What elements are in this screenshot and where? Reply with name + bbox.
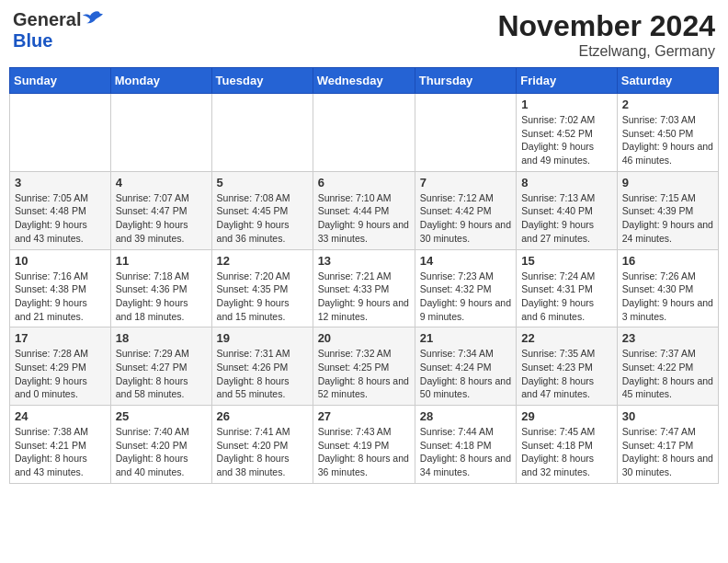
day-info: Sunrise: 7:23 AM Sunset: 4:32 PM Dayligh… [420,270,511,324]
calendar-week-row: 3Sunrise: 7:05 AM Sunset: 4:48 PM Daylig… [10,171,719,249]
day-number: 24 [15,409,106,423]
day-info: Sunrise: 7:34 AM Sunset: 4:24 PM Dayligh… [420,347,511,401]
day-number: 13 [318,254,410,268]
calendar-cell: 5Sunrise: 7:08 AM Sunset: 4:45 PM Daylig… [211,171,313,249]
day-info: Sunrise: 7:21 AM Sunset: 4:33 PM Dayligh… [318,270,410,324]
calendar-week-row: 1Sunrise: 7:02 AM Sunset: 4:52 PM Daylig… [10,94,719,172]
day-info: Sunrise: 7:03 AM Sunset: 4:50 PM Dayligh… [622,113,713,167]
day-number: 15 [521,254,612,268]
weekday-header-wednesday: Wednesday [313,68,415,94]
calendar-cell: 18Sunrise: 7:29 AM Sunset: 4:27 PM Dayli… [110,327,211,406]
logo-general-text: General [13,9,81,30]
calendar-cell: 9Sunrise: 7:15 AM Sunset: 4:39 PM Daylig… [617,171,718,249]
calendar-cell: 27Sunrise: 7:43 AM Sunset: 4:19 PM Dayli… [313,406,415,484]
logo-bird-icon [83,10,103,29]
day-info: Sunrise: 7:12 AM Sunset: 4:42 PM Dayligh… [420,191,511,246]
calendar-cell [110,94,211,172]
calendar-cell: 28Sunrise: 7:44 AM Sunset: 4:18 PM Dayli… [415,406,516,484]
calendar-cell: 13Sunrise: 7:21 AM Sunset: 4:33 PM Dayli… [313,249,415,327]
calendar-week-row: 10Sunrise: 7:16 AM Sunset: 4:38 PM Dayli… [10,249,719,327]
day-info: Sunrise: 7:44 AM Sunset: 4:18 PM Dayligh… [420,425,511,479]
day-info: Sunrise: 7:41 AM Sunset: 4:20 PM Dayligh… [217,425,308,479]
day-number: 3 [15,176,106,190]
day-number: 5 [217,176,308,190]
day-number: 25 [116,409,207,423]
day-number: 17 [15,331,106,345]
calendar-cell [313,94,415,172]
title-section: November 2024 Etzelwang, Germany [497,9,715,60]
location-title: Etzelwang, Germany [497,43,715,60]
calendar-cell: 17Sunrise: 7:28 AM Sunset: 4:29 PM Dayli… [10,327,111,406]
calendar-week-row: 17Sunrise: 7:28 AM Sunset: 4:29 PM Dayli… [10,327,719,406]
calendar-header-row: SundayMondayTuesdayWednesdayThursdayFrid… [10,68,719,94]
day-info: Sunrise: 7:43 AM Sunset: 4:19 PM Dayligh… [318,425,410,479]
calendar-cell: 22Sunrise: 7:35 AM Sunset: 4:23 PM Dayli… [517,327,618,406]
day-info: Sunrise: 7:28 AM Sunset: 4:29 PM Dayligh… [15,347,106,401]
day-number: 2 [622,98,713,111]
day-info: Sunrise: 7:47 AM Sunset: 4:17 PM Dayligh… [622,425,713,479]
day-info: Sunrise: 7:31 AM Sunset: 4:26 PM Dayligh… [217,347,308,401]
calendar-cell: 19Sunrise: 7:31 AM Sunset: 4:26 PM Dayli… [211,327,313,406]
day-number: 18 [116,331,207,345]
calendar-cell: 26Sunrise: 7:41 AM Sunset: 4:20 PM Dayli… [211,406,313,484]
weekday-header-saturday: Saturday [617,68,718,94]
day-info: Sunrise: 7:37 AM Sunset: 4:22 PM Dayligh… [622,347,713,401]
calendar-cell [415,94,516,172]
day-info: Sunrise: 7:10 AM Sunset: 4:44 PM Dayligh… [318,191,410,246]
calendar-cell: 30Sunrise: 7:47 AM Sunset: 4:17 PM Dayli… [617,406,718,484]
calendar-cell: 23Sunrise: 7:37 AM Sunset: 4:22 PM Dayli… [617,327,718,406]
calendar-cell: 24Sunrise: 7:38 AM Sunset: 4:21 PM Dayli… [10,406,111,484]
day-info: Sunrise: 7:02 AM Sunset: 4:52 PM Dayligh… [521,113,612,167]
calendar-cell: 21Sunrise: 7:34 AM Sunset: 4:24 PM Dayli… [415,327,516,406]
calendar-cell: 3Sunrise: 7:05 AM Sunset: 4:48 PM Daylig… [10,171,111,249]
day-number: 10 [15,254,106,268]
day-number: 19 [217,331,308,345]
day-number: 22 [521,331,612,345]
weekday-header-friday: Friday [517,68,618,94]
day-number: 8 [521,176,612,190]
calendar-cell: 1Sunrise: 7:02 AM Sunset: 4:52 PM Daylig… [517,94,618,172]
calendar-cell: 10Sunrise: 7:16 AM Sunset: 4:38 PM Dayli… [10,249,111,327]
day-info: Sunrise: 7:38 AM Sunset: 4:21 PM Dayligh… [15,425,106,479]
calendar-week-row: 24Sunrise: 7:38 AM Sunset: 4:21 PM Dayli… [10,406,719,484]
weekday-header-thursday: Thursday [415,68,516,94]
day-info: Sunrise: 7:07 AM Sunset: 4:47 PM Dayligh… [116,191,207,246]
logo: General Blue [13,9,103,52]
calendar-cell: 14Sunrise: 7:23 AM Sunset: 4:32 PM Dayli… [415,249,516,327]
day-number: 12 [217,254,308,268]
day-info: Sunrise: 7:29 AM Sunset: 4:27 PM Dayligh… [116,347,207,401]
day-number: 27 [318,409,410,423]
calendar-cell: 8Sunrise: 7:13 AM Sunset: 4:40 PM Daylig… [517,171,618,249]
day-number: 21 [420,331,511,345]
day-info: Sunrise: 7:32 AM Sunset: 4:25 PM Dayligh… [318,347,410,401]
day-info: Sunrise: 7:16 AM Sunset: 4:38 PM Dayligh… [15,270,106,324]
day-number: 1 [521,98,612,111]
day-info: Sunrise: 7:05 AM Sunset: 4:48 PM Dayligh… [15,191,106,246]
weekday-header-sunday: Sunday [10,68,111,94]
day-number: 28 [420,409,511,423]
day-info: Sunrise: 7:45 AM Sunset: 4:18 PM Dayligh… [521,425,612,479]
day-number: 7 [420,176,511,190]
calendar-cell: 12Sunrise: 7:20 AM Sunset: 4:35 PM Dayli… [211,249,313,327]
day-number: 26 [217,409,308,423]
day-number: 16 [622,254,713,268]
month-title: November 2024 [497,9,715,43]
day-number: 6 [318,176,410,190]
day-info: Sunrise: 7:35 AM Sunset: 4:23 PM Dayligh… [521,347,612,401]
day-info: Sunrise: 7:08 AM Sunset: 4:45 PM Dayligh… [217,191,308,246]
day-info: Sunrise: 7:18 AM Sunset: 4:36 PM Dayligh… [116,270,207,324]
logo-blue-text: Blue [13,30,52,51]
day-number: 9 [622,176,713,190]
calendar-cell: 20Sunrise: 7:32 AM Sunset: 4:25 PM Dayli… [313,327,415,406]
day-info: Sunrise: 7:40 AM Sunset: 4:20 PM Dayligh… [116,425,207,479]
day-number: 30 [622,409,713,423]
calendar-cell: 11Sunrise: 7:18 AM Sunset: 4:36 PM Dayli… [110,249,211,327]
day-info: Sunrise: 7:26 AM Sunset: 4:30 PM Dayligh… [622,270,713,324]
day-info: Sunrise: 7:13 AM Sunset: 4:40 PM Dayligh… [521,191,612,246]
calendar-cell: 6Sunrise: 7:10 AM Sunset: 4:44 PM Daylig… [313,171,415,249]
day-info: Sunrise: 7:15 AM Sunset: 4:39 PM Dayligh… [622,191,713,246]
calendar-cell: 29Sunrise: 7:45 AM Sunset: 4:18 PM Dayli… [517,406,618,484]
day-info: Sunrise: 7:20 AM Sunset: 4:35 PM Dayligh… [217,270,308,324]
calendar-cell: 2Sunrise: 7:03 AM Sunset: 4:50 PM Daylig… [617,94,718,172]
weekday-header-tuesday: Tuesday [211,68,313,94]
